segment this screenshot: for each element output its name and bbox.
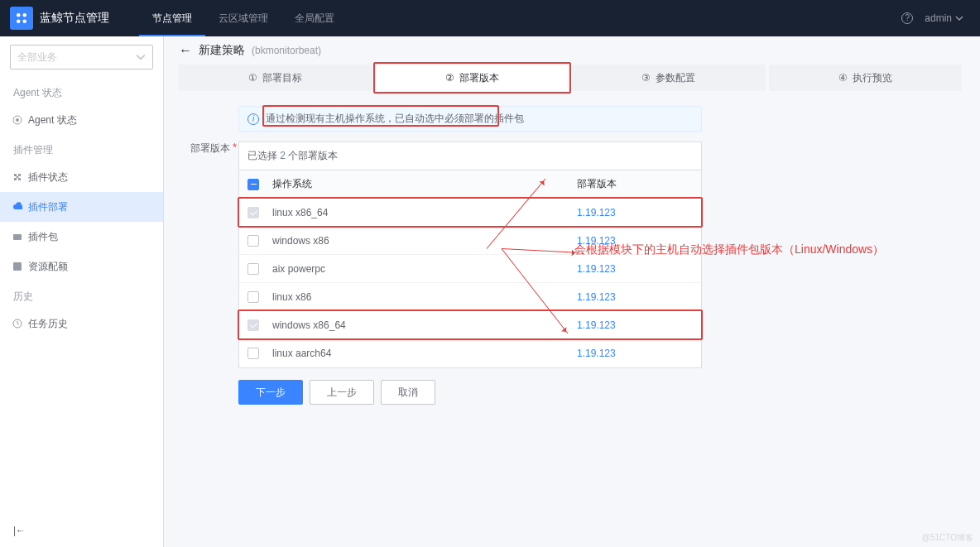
row-checkbox[interactable]: [247, 235, 259, 247]
topnav-item[interactable]: 全局配置: [281, 0, 348, 36]
biz-selector-placeholder: 全部业务: [17, 50, 57, 65]
table-row: linux aarch641.19.123: [239, 339, 701, 367]
svg-point-5: [16, 118, 19, 122]
step-number: ③: [641, 72, 651, 84]
row-checkbox[interactable]: [247, 263, 259, 275]
version-link[interactable]: 1.19.123: [577, 291, 616, 303]
version-link[interactable]: 1.19.123: [577, 207, 616, 218]
table-row: windows x86_641.19.123: [239, 311, 701, 339]
svg-point-1: [23, 13, 27, 17]
main-area: ← 新建策略 (bkmonitorbeat) ①部署目标②部署版本③参数配置④执…: [164, 36, 980, 547]
page-title: 新建策略: [199, 43, 245, 58]
sidebar: 全部业务 Agent 状态Agent 状态插件管理插件状态插件部署插件包资源配额…: [0, 36, 164, 547]
col-ver: 部署版本: [577, 177, 693, 191]
next-button[interactable]: 下一步: [238, 380, 303, 405]
svg-rect-7: [13, 262, 22, 271]
version-link[interactable]: 1.19.123: [577, 348, 616, 359]
step-number: ②: [445, 72, 454, 84]
chevron-down-icon: [955, 14, 963, 22]
table-row: linux x86_641.19.123: [239, 199, 701, 227]
cell-os: aix powerpc: [272, 263, 577, 275]
svg-point-2: [17, 20, 21, 24]
cell-os: windows x86_64: [272, 319, 577, 331]
sidebar-item[interactable]: 资源配额: [0, 252, 163, 281]
step-tab[interactable]: ①部署目标: [179, 65, 372, 91]
sidebar-item[interactable]: 任务历史: [0, 309, 163, 338]
sidebar-item-label: 资源配额: [28, 260, 68, 274]
step-label: 部署目标: [262, 71, 302, 85]
biz-selector[interactable]: 全部业务: [10, 45, 153, 70]
sidebar-collapse[interactable]: |←: [0, 514, 163, 547]
puzzle-icon: [12, 171, 23, 183]
sidebar-item[interactable]: 插件包: [0, 222, 163, 252]
info-icon: i: [247, 113, 259, 125]
step-label: 部署版本: [459, 71, 499, 85]
user-name: admin: [925, 12, 952, 24]
sidebar-item[interactable]: Agent 状态: [0, 105, 163, 135]
sidebar-item-label: 插件状态: [28, 170, 68, 185]
svg-point-3: [23, 20, 27, 24]
box-icon: [12, 231, 23, 242]
svg-rect-6: [13, 234, 22, 240]
cancel-button[interactable]: 取消: [381, 380, 435, 405]
table-header: 操作系统 部署版本: [239, 170, 701, 199]
row-checkbox: [247, 207, 259, 218]
row-checkbox[interactable]: [247, 348, 259, 359]
sidebar-item-label: 任务历史: [28, 317, 68, 331]
chevron-down-icon: [136, 52, 146, 62]
selected-count: 2: [280, 150, 286, 161]
step-number: ①: [248, 72, 257, 84]
version-link[interactable]: 1.19.123: [577, 263, 616, 275]
step-tab[interactable]: ②部署版本: [376, 65, 569, 91]
page-subtitle: (bkmonitorbeat): [252, 45, 321, 56]
cell-os: windows x86: [272, 235, 577, 247]
collapse-icon: |←: [13, 525, 26, 536]
row-checkbox: [247, 319, 259, 331]
row-checkbox[interactable]: [247, 291, 259, 303]
topnav-item[interactable]: 节点管理: [139, 0, 205, 36]
step-number: ④: [838, 72, 848, 84]
cell-os: linux x86: [272, 291, 577, 303]
cell-os: linux x86_64: [272, 207, 577, 218]
sidebar-item-label: 插件包: [28, 230, 58, 244]
cloud-icon: [12, 201, 23, 213]
step-label: 参数配置: [656, 71, 695, 85]
prev-button[interactable]: 上一步: [310, 380, 374, 405]
step-label: 执行预览: [853, 71, 892, 85]
step-tabs: ①部署目标②部署版本③参数配置④执行预览: [164, 65, 980, 98]
user-menu[interactable]: admin: [925, 12, 963, 24]
svg-point-0: [17, 13, 21, 17]
col-os: 操作系统: [272, 177, 577, 191]
step-tab[interactable]: ③参数配置: [572, 65, 766, 91]
quota-icon: [12, 261, 23, 272]
table-row: aix powerpc1.19.123: [239, 255, 701, 283]
menu-group-title: 历史: [0, 281, 163, 309]
menu-group-title: Agent 状态: [0, 78, 163, 105]
cell-os: linux aarch64: [272, 348, 577, 359]
app-title: 蓝鲸节点管理: [40, 11, 109, 26]
info-text: 通过检测现有主机操作系统，已自动选中必须部署的插件包: [266, 112, 524, 126]
sidebar-item-label: Agent 状态: [28, 113, 77, 127]
menu-group-title: 插件管理: [0, 135, 163, 162]
topnav-item[interactable]: 云区域管理: [205, 0, 281, 36]
clock-icon: [12, 318, 23, 329]
topbar: 蓝鲸节点管理 节点管理云区域管理全局配置 ? admin: [0, 0, 980, 36]
target-icon: [12, 114, 23, 126]
breadcrumb: ← 新建策略 (bkmonitorbeat): [164, 36, 980, 65]
sidebar-item-label: 插件部署: [28, 200, 68, 214]
table-row: linux x861.19.123: [239, 283, 701, 311]
sidebar-item[interactable]: 插件部署: [0, 192, 163, 222]
back-arrow[interactable]: ←: [179, 43, 192, 58]
step-tab[interactable]: ④执行预览: [769, 65, 963, 91]
help-icon[interactable]: ?: [901, 12, 913, 24]
annotation-text: 会根据模块下的主机自动选择插件包版本（Linux/Windows）: [574, 242, 884, 257]
app-logo: [10, 7, 33, 30]
field-label-deploy-version: 部署版本: [179, 142, 238, 368]
sidebar-item[interactable]: 插件状态: [0, 162, 163, 192]
table-summary: 已选择 2 个部署版本: [239, 142, 701, 170]
top-nav: 节点管理云区域管理全局配置: [139, 0, 348, 36]
version-link[interactable]: 1.19.123: [577, 319, 616, 331]
info-banner: i 通过检测现有主机操作系统，已自动选中必须部署的插件包: [238, 106, 702, 132]
watermark: @51CTO博客: [922, 532, 973, 544]
select-all-checkbox[interactable]: [247, 179, 259, 190]
